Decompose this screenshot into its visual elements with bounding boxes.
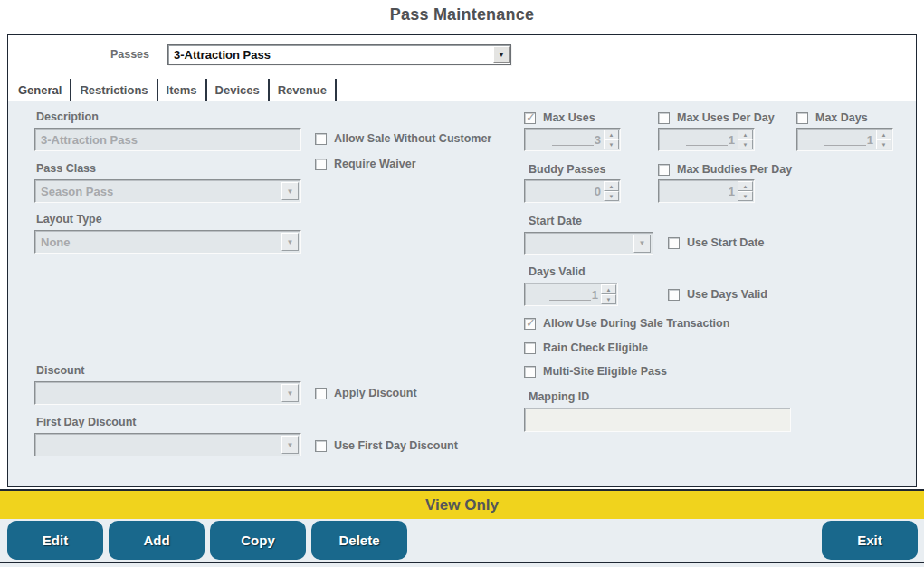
pass-class-dropdown[interactable]: Season Pass ▼: [34, 179, 301, 203]
spinner-value: 3: [525, 129, 604, 150]
mapping-id-field[interactable]: [524, 408, 791, 432]
use-days-valid-checkbox[interactable]: Use Days Valid: [668, 288, 767, 301]
checkbox-box: [668, 237, 680, 249]
pass-class-label: Pass Class: [36, 162, 96, 175]
spinner-down-icon[interactable]: ▼: [738, 139, 753, 149]
delete-button[interactable]: Delete: [311, 521, 407, 560]
use-start-date-checkbox[interactable]: Use Start Date: [668, 236, 764, 249]
allow-sale-without-customer-checkbox[interactable]: Allow Sale Without Customer: [315, 132, 491, 145]
use-first-day-discount-checkbox[interactable]: Use First Day Discount: [315, 439, 458, 452]
dropdown-arrow-icon[interactable]: ▼: [493, 46, 510, 63]
checkbox-label: Rain Check Eligible: [543, 341, 648, 354]
dropdown-arrow-icon[interactable]: ▼: [633, 235, 651, 253]
checkbox-box: [668, 289, 680, 301]
dropdown-arrow-icon[interactable]: ▼: [281, 233, 299, 251]
tab-items[interactable]: Items: [158, 79, 207, 101]
checkbox-box: [524, 112, 536, 124]
edit-button[interactable]: Edit: [7, 521, 103, 560]
dropdown-arrow-icon[interactable]: ▼: [281, 436, 299, 454]
checkbox-label: Max Uses: [543, 111, 595, 124]
spinner-up-icon[interactable]: ▲: [738, 130, 753, 139]
checkbox-box: [315, 133, 327, 145]
add-button[interactable]: Add: [109, 521, 205, 560]
checkbox-box: [315, 440, 327, 452]
spinner-down-icon[interactable]: ▼: [601, 294, 616, 304]
spinner-up-icon[interactable]: ▲: [601, 284, 616, 294]
spinner-value: 1: [525, 284, 601, 305]
tab-revenue[interactable]: Revenue: [270, 79, 337, 101]
checkbox-label: Use Start Date: [687, 236, 764, 249]
multi-site-eligible-pass-checkbox[interactable]: Multi-Site Eligible Pass: [524, 365, 667, 378]
checkbox-box: [315, 388, 327, 399]
spinner-down-icon[interactable]: ▼: [738, 191, 753, 201]
checkbox-label: Require Waiver: [334, 158, 416, 170]
max-uses-per-day-spinner[interactable]: 1 ▲ ▼: [658, 128, 755, 151]
max-uses-checkbox[interactable]: Max Uses: [524, 111, 595, 124]
spinner-up-icon[interactable]: ▲: [738, 181, 753, 191]
checkbox-box: [524, 342, 536, 354]
spinner-value: 1: [659, 129, 738, 150]
spinner-down-icon[interactable]: ▼: [876, 139, 891, 149]
pass-class-value: Season Pass: [35, 185, 281, 198]
discount-dropdown[interactable]: ▼: [34, 381, 301, 405]
allow-use-during-sale-transaction-checkbox[interactable]: Allow Use During Sale Transaction: [524, 317, 729, 330]
buddy-passes-label: Buddy Passes: [529, 163, 605, 176]
apply-discount-checkbox[interactable]: Apply Discount: [315, 387, 417, 399]
exit-button[interactable]: Exit: [822, 521, 918, 560]
checkbox-label: Multi-Site Eligible Pass: [543, 365, 667, 378]
spinner-value: 1: [797, 129, 876, 150]
buddy-passes-spinner[interactable]: 0 ▲ ▼: [524, 179, 621, 203]
tab-devices[interactable]: Devices: [207, 79, 270, 101]
start-date-label: Start Date: [529, 215, 582, 227]
checkbox-label: Max Days: [815, 111, 868, 124]
layout-type-value: None: [35, 235, 281, 249]
layout-type-label: Layout Type: [36, 213, 102, 226]
checkbox-label: Use Days Valid: [687, 288, 767, 301]
max-buddies-per-day-spinner[interactable]: 1 ▲ ▼: [658, 179, 755, 203]
checkbox-box: [658, 112, 670, 124]
description-label: Description: [36, 111, 99, 123]
max-uses-spinner[interactable]: 3 ▲ ▼: [524, 128, 621, 151]
spinner-down-icon[interactable]: ▼: [604, 139, 619, 149]
checkbox-label: Allow Sale Without Customer: [334, 132, 491, 145]
checkbox-label: Use First Day Discount: [334, 439, 458, 452]
checkbox-box: [796, 112, 808, 124]
start-date-dropdown[interactable]: ▼: [524, 232, 653, 255]
require-waiver-checkbox[interactable]: Require Waiver: [315, 158, 416, 170]
spinner-value: 0: [525, 180, 604, 202]
rain-check-eligible-checkbox[interactable]: Rain Check Eligible: [524, 341, 648, 354]
days-valid-label: Days Valid: [529, 265, 586, 278]
tab-strip: General Restrictions Items Devices Reven…: [8, 78, 916, 101]
layout-type-dropdown[interactable]: None ▼: [34, 230, 301, 254]
first-day-discount-label: First Day Discount: [36, 416, 136, 428]
checkbox-label: Max Buddies Per Day: [677, 163, 792, 176]
spinner-up-icon[interactable]: ▲: [876, 130, 891, 139]
spinner-down-icon[interactable]: ▼: [604, 191, 619, 201]
max-buddies-per-day-checkbox[interactable]: Max Buddies Per Day: [658, 163, 792, 176]
description-field[interactable]: 3-Attraction Pass: [34, 128, 301, 151]
spinner-up-icon[interactable]: ▲: [604, 181, 619, 191]
days-valid-spinner[interactable]: 1 ▲ ▼: [524, 283, 618, 306]
spinner-value: 1: [659, 180, 738, 202]
spinner-up-icon[interactable]: ▲: [604, 130, 619, 139]
description-value: 3-Attraction Pass: [35, 133, 300, 147]
max-days-checkbox[interactable]: Max Days: [796, 111, 868, 124]
status-text: View Only: [425, 496, 499, 514]
max-uses-per-day-checkbox[interactable]: Max Uses Per Day: [658, 111, 775, 124]
tab-restrictions[interactable]: Restrictions: [71, 79, 157, 101]
discount-label: Discount: [36, 364, 84, 377]
tab-general[interactable]: General: [10, 79, 71, 101]
dropdown-arrow-icon[interactable]: ▼: [281, 182, 299, 200]
max-days-spinner[interactable]: 1 ▲ ▼: [796, 128, 893, 151]
checkbox-box: [524, 318, 536, 330]
dropdown-arrow-icon[interactable]: ▼: [281, 384, 299, 402]
passes-dropdown[interactable]: 3-Attraction Pass ▼: [167, 44, 511, 65]
checkbox-box: [524, 366, 536, 378]
mapping-id-label: Mapping ID: [529, 390, 589, 403]
first-day-discount-dropdown[interactable]: ▼: [34, 433, 301, 456]
window-bottom-edge: [0, 562, 924, 563]
page-title: Pass Maintenance: [0, 5, 924, 24]
checkbox-box: [315, 159, 327, 170]
passes-selected-value: 3-Attraction Pass: [168, 48, 493, 62]
copy-button[interactable]: Copy: [210, 521, 306, 560]
